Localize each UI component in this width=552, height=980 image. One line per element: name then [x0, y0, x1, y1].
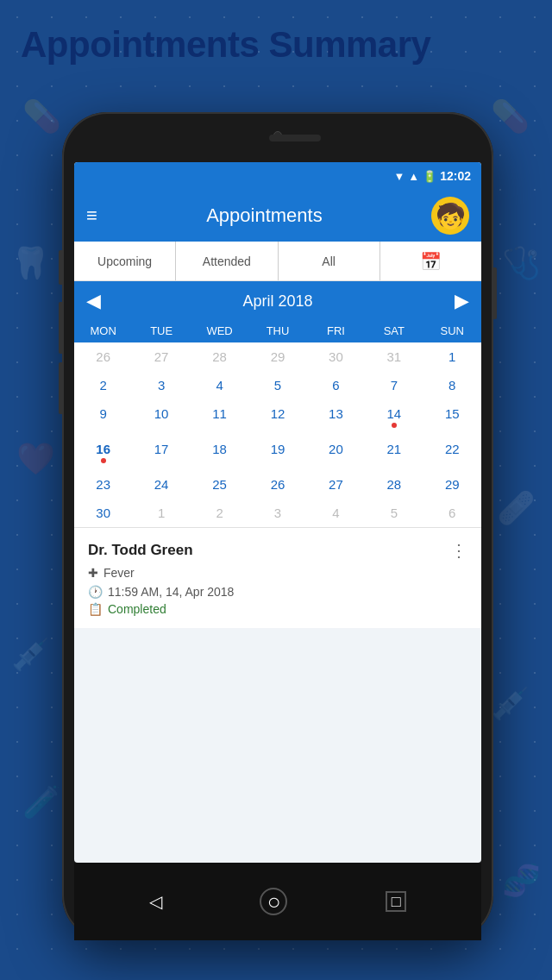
calendar-day-27[interactable]: 27 [307, 470, 365, 499]
phone-silent-switch [59, 362, 62, 414]
calendar-day-7[interactable]: 7 [365, 371, 423, 399]
calendar-day-25[interactable]: 25 [191, 470, 248, 499]
phone-frame: ▼ ▲ 🔋 12:02 ≡ Appointments 🧒 Upcoming At… [62, 112, 493, 940]
phone-power-button [493, 267, 497, 319]
tab-upcoming[interactable]: Upcoming [74, 242, 176, 280]
calendar-day-18[interactable]: 18 [191, 435, 248, 470]
wifi-icon: ▼ [393, 170, 405, 183]
calendar-day-3[interactable]: 3 [132, 371, 190, 399]
calendar-day-29-other[interactable]: 29 [248, 342, 306, 371]
prev-month-button[interactable]: ◀ [86, 290, 101, 312]
calendar-header: ◀ April 2018 ▶ [74, 281, 481, 321]
calendar-day-3-other[interactable]: 3 [248, 499, 306, 527]
calendar-day-5-other[interactable]: 5 [365, 499, 423, 527]
battery-icon: 🔋 [423, 170, 436, 183]
calendar-day-19[interactable]: 19 [248, 435, 306, 470]
calendar-day-26[interactable]: 26 [248, 470, 306, 499]
calendar-day-15[interactable]: 15 [423, 399, 481, 435]
calendar-day-16[interactable]: 16 [74, 435, 132, 470]
tab-attended[interactable]: Attended [176, 242, 278, 280]
back-button[interactable]: ◁ [149, 891, 162, 912]
phone-screen: ▼ ▲ 🔋 12:02 ≡ Appointments 🧒 Upcoming At… [74, 162, 481, 863]
calendar-day-4[interactable]: 4 [191, 371, 248, 399]
calendar-day-13[interactable]: 13 [307, 399, 365, 435]
calendar-day-23[interactable]: 23 [74, 470, 132, 499]
datetime-row: 🕐 11:59 AM, 14, Apr 2018 [88, 585, 467, 599]
day-sun: SUN [423, 324, 481, 337]
calendar-day-11[interactable]: 11 [191, 399, 248, 435]
calendar-day-28-other[interactable]: 28 [191, 342, 248, 371]
tab-all[interactable]: All [279, 242, 380, 280]
calendar-day-27-other[interactable]: 27 [132, 342, 190, 371]
nav-bar: ◁ ○ □ [74, 863, 481, 940]
status-icons: ▼ ▲ 🔋 12:02 [393, 169, 471, 183]
tab-bar: Upcoming Attended All 📅 [74, 242, 481, 281]
next-month-button[interactable]: ▶ [455, 290, 469, 312]
calendar-day-4-other[interactable]: 4 [307, 499, 365, 527]
phone-speaker [269, 135, 321, 141]
avatar-emoji: 🧒 [436, 202, 466, 230]
tab-calendar[interactable]: 📅 [380, 242, 481, 280]
appointment-menu-button[interactable]: ⋮ [450, 540, 467, 561]
calendar-day-31-other[interactable]: 31 [365, 342, 423, 371]
day-fri: FRI [307, 324, 365, 337]
calendar-day-17[interactable]: 17 [132, 435, 190, 470]
calendar-day-12[interactable]: 12 [248, 399, 306, 435]
day-tue: TUE [132, 324, 190, 337]
calendar-day-1[interactable]: 1 [423, 342, 481, 371]
calendar-day-5[interactable]: 5 [248, 371, 306, 399]
calendar-tab-icon: 📅 [420, 251, 442, 272]
day-mon: MON [74, 324, 132, 337]
calendar-day-26-other[interactable]: 26 [74, 342, 132, 371]
doctor-name: Dr. Todd Green [88, 542, 193, 559]
tab-all-label: All [322, 254, 336, 268]
calendar-day-14[interactable]: 14 [365, 399, 423, 435]
appointment-card: Dr. Todd Green ⋮ ✚ Fever 🕐 11:59 AM, 14,… [74, 527, 481, 628]
calendar-day-30[interactable]: 30 [74, 499, 132, 527]
calendar-day-6[interactable]: 6 [307, 371, 365, 399]
calendar-day-29[interactable]: 29 [423, 470, 481, 499]
calendar-day-names: MON TUE WED THU FRI SAT SUN [74, 321, 481, 342]
status-badge: Completed [108, 602, 166, 616]
avatar[interactable]: 🧒 [431, 197, 469, 235]
recent-apps-button[interactable]: □ [386, 891, 406, 912]
calendar-day-1-other[interactable]: 1 [132, 499, 190, 527]
hamburger-menu-icon[interactable]: ≡ [86, 204, 97, 227]
calendar-day-28[interactable]: 28 [365, 470, 423, 499]
status-bar: ▼ ▲ 🔋 12:02 [74, 162, 481, 190]
calendar-day-2[interactable]: 2 [74, 371, 132, 399]
day-thu: THU [248, 324, 306, 337]
app-bar: ≡ Appointments 🧒 [74, 190, 481, 242]
time-icon: 🕐 [88, 585, 103, 599]
calendar-day-10[interactable]: 10 [132, 399, 190, 435]
calendar: ◀ April 2018 ▶ MON TUE WED THU FRI SAT S… [74, 281, 481, 527]
phone-volume-up [59, 250, 62, 285]
calendar-day-20[interactable]: 20 [307, 435, 365, 470]
app-bar-title: Appointments [110, 204, 419, 227]
calendar-day-9[interactable]: 9 [74, 399, 132, 435]
calendar-day-2-other[interactable]: 2 [191, 499, 248, 527]
calendar-day-22[interactable]: 22 [423, 435, 481, 470]
tab-attended-label: Attended [203, 254, 251, 268]
symptom-row: ✚ Fever [88, 566, 467, 580]
home-button[interactable]: ○ [260, 888, 287, 915]
calendar-day-8[interactable]: 8 [423, 371, 481, 399]
calendar-day-24[interactable]: 24 [132, 470, 190, 499]
page-title: Appointments Summary [21, 24, 430, 66]
symptom-icon: ✚ [88, 566, 98, 580]
day-wed: WED [191, 324, 248, 337]
symptom-text: Fever [104, 566, 135, 580]
status-row: 📋 Completed [88, 602, 467, 616]
clock: 12:02 [440, 169, 471, 183]
calendar-month-year: April 2018 [242, 292, 312, 311]
appointment-datetime: 11:59 AM, 14, Apr 2018 [108, 585, 234, 599]
appointment-header: Dr. Todd Green ⋮ [88, 540, 467, 561]
day-sat: SAT [365, 324, 423, 337]
calendar-day-6-other[interactable]: 6 [423, 499, 481, 527]
calendar-day-30-other[interactable]: 30 [307, 342, 365, 371]
phone-volume-down [59, 302, 62, 354]
calendar-day-21[interactable]: 21 [365, 435, 423, 470]
calendar-grid: 2627282930311234567891011121314151617181… [74, 342, 481, 527]
tab-upcoming-label: Upcoming [97, 254, 152, 268]
status-icon: 📋 [88, 602, 103, 616]
